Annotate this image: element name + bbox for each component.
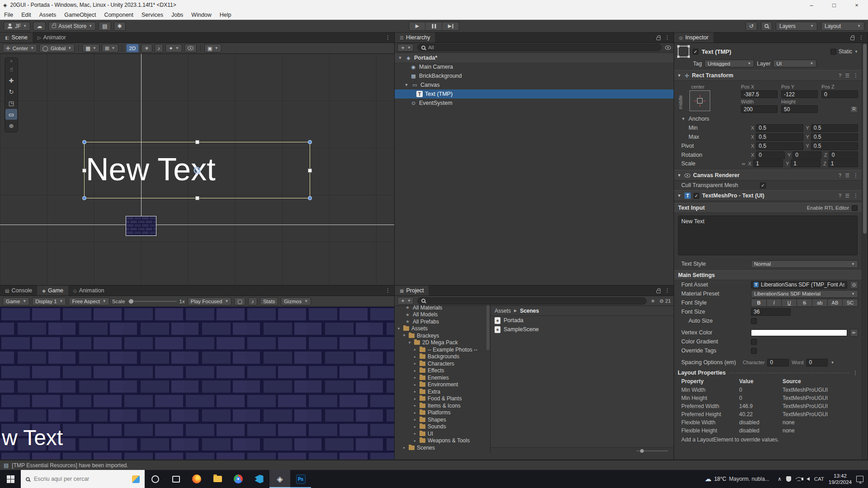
scale-slider-knob[interactable] — [129, 299, 133, 304]
tool-handle-position-dropdown[interactable]: ✛Center▼ — [3, 44, 37, 52]
scene-lighting-button[interactable]: ☀ — [141, 44, 152, 52]
file-explorer-button[interactable] — [207, 470, 228, 488]
rotation-x-field[interactable]: 0 — [756, 151, 785, 159]
tmp-text-input[interactable]: New Text — [678, 216, 858, 255]
color-gradient-checkbox[interactable] — [751, 339, 757, 345]
bold-button[interactable]: B — [751, 299, 767, 307]
foldout-arrow[interactable]: ▸ — [413, 361, 417, 366]
spacing-dropdown-icon[interactable]: ▼ — [830, 361, 834, 365]
anchor-max-x-field[interactable]: 0.5 — [756, 133, 803, 141]
tab-hierarchy[interactable]: ☰Hierarchy — [395, 33, 435, 42]
foldout-arrow[interactable]: ▼ — [396, 327, 401, 331]
corner-handle[interactable] — [82, 140, 86, 144]
snap-settings-dropdown[interactable]: ⊞▼ — [102, 44, 118, 52]
foldout-arrow[interactable]: ▸ — [413, 425, 417, 429]
folder-item[interactable]: ▼2D Mega Pack — [395, 339, 490, 347]
start-button[interactable] — [0, 470, 21, 488]
folder-item[interactable]: ▸Weapons & Tools — [395, 437, 490, 445]
foldout-arrow[interactable]: ▸ — [413, 432, 417, 436]
folder-item[interactable]: ▸Backgrounds — [395, 353, 490, 361]
vertex-color-swatch[interactable] — [751, 329, 847, 336]
component-filter-dropdown[interactable]: ▣▼ — [204, 44, 222, 52]
edge-handle[interactable] — [82, 169, 86, 173]
foldout-arrow[interactable]: ▼ — [402, 333, 406, 338]
component-menu-icon[interactable]: ⋮ — [853, 72, 859, 79]
folder-item[interactable]: ▼Assets — [395, 325, 490, 333]
firefox-button[interactable] — [186, 470, 207, 488]
taskbar-clock[interactable]: 13:42 19/2/2024 — [829, 473, 852, 486]
view-tool[interactable]: ☝ — [5, 64, 17, 75]
close-button[interactable]: × — [845, 0, 868, 10]
inspector-scrollbar[interactable] — [862, 43, 868, 460]
folder-item[interactable]: ▸Sounds — [395, 423, 490, 431]
step-button[interactable]: ▶ — [443, 22, 459, 31]
scale-x-field[interactable]: 1 — [753, 160, 783, 167]
hierarchy-item[interactable]: ▩ BrickBackground — [395, 71, 674, 80]
active-checkbox[interactable] — [693, 49, 698, 55]
hierarchy-item[interactable]: ◉ Main Camera — [395, 62, 674, 71]
game-viewport[interactable]: w Text — [0, 307, 394, 460]
unity-taskbar-button[interactable]: ◈ — [269, 470, 290, 488]
tree-scrollbar[interactable] — [486, 305, 490, 350]
help-icon[interactable]: ? — [839, 173, 841, 178]
anchor-presets-button[interactable]: center middle — [678, 84, 741, 113]
breadcrumb-current[interactable]: Scenes — [520, 308, 539, 314]
folder-item[interactable]: ▸Effects — [395, 367, 490, 375]
folder-item[interactable]: ▸Environment — [395, 381, 490, 389]
folder-item[interactable]: ▸UI — [395, 430, 490, 437]
wifi-icon[interactable] — [796, 477, 802, 481]
font-size-field[interactable]: 36 — [751, 308, 791, 316]
layout-dropdown[interactable]: Layout▼ — [821, 22, 864, 31]
favorite-item[interactable]: ★All Models — [395, 311, 490, 319]
favorite-item[interactable]: ★All Prefabs — [395, 318, 490, 325]
create-asset-button[interactable]: ＋▼ — [397, 297, 414, 305]
scrollbar-thumb[interactable] — [863, 44, 867, 234]
taskbar-search[interactable] — [21, 470, 145, 488]
aspect-ratio-dropdown[interactable]: Free Aspect▼ — [69, 297, 109, 305]
menu-window[interactable]: Window — [187, 10, 215, 19]
anchor-max-y-field[interactable]: 0.5 — [811, 133, 858, 141]
asset-item[interactable]: ◈SampleScene — [491, 325, 674, 334]
asset-item[interactable]: ◈Portada — [491, 316, 674, 325]
stats-button[interactable]: Stats — [260, 297, 278, 305]
scene-visibility-icon[interactable] — [665, 46, 671, 50]
menu-assets[interactable]: Assets — [35, 10, 61, 19]
rotation-z-field[interactable]: 0 — [829, 151, 858, 159]
underline-button[interactable]: U — [782, 299, 797, 307]
pos-x-field[interactable]: -387.5 — [741, 90, 778, 98]
tab-project[interactable]: ▦Project — [395, 286, 429, 296]
tool-handle-rotation-dropdown[interactable]: ◯Global▼ — [39, 44, 75, 52]
font-asset-field[interactable]: T LiberationSans SDF (TMP_Font Asset — [751, 281, 847, 289]
foldout-arrow[interactable]: ▼ — [407, 341, 412, 345]
tab-console[interactable]: ▤Console — [0, 286, 37, 296]
canvas-renderer-header[interactable]: ▼ Canvas Renderer ? ☰ ⋮ — [674, 170, 862, 181]
rect-transform-header[interactable]: ▼ ✛ Rect Transform ? ☰ ⋮ — [674, 70, 862, 81]
foldout-arrow[interactable]: ▸ — [413, 375, 417, 380]
scale-y-field[interactable]: 1 — [791, 160, 821, 167]
favorites-icon[interactable]: ★ — [650, 298, 656, 304]
grid-visibility-dropdown[interactable]: ▦▼ — [82, 44, 99, 52]
foldout-arrow[interactable]: ▸ — [413, 418, 417, 422]
foldout-arrow[interactable]: ▸ — [413, 389, 417, 394]
pivot-x-field[interactable]: 0.5 — [756, 142, 803, 150]
scene-menu-icon[interactable]: ⋮ — [385, 34, 391, 41]
help-icon[interactable]: ? — [839, 193, 841, 198]
foldout-arrow[interactable]: ▼ — [677, 173, 682, 178]
foldout-arrow[interactable]: ▼ — [677, 193, 682, 198]
presets-icon[interactable]: ☰ — [845, 73, 849, 79]
raw-edit-toggle[interactable]: R — [850, 106, 858, 113]
zoom-knob[interactable] — [640, 449, 644, 453]
shield-icon[interactable] — [786, 476, 791, 482]
maximize-button[interactable]: □ — [823, 0, 845, 10]
folder-item[interactable]: ▸Enemies — [395, 374, 490, 381]
edge-handle[interactable] — [195, 140, 199, 144]
tmp-header[interactable]: ▼ T TextMeshPro - Text (UI) ? ☰ ⋮ — [674, 190, 862, 201]
foldout-arrow[interactable]: ▸ — [402, 446, 406, 450]
override-tags-checkbox[interactable] — [751, 348, 757, 354]
folder-item[interactable]: ▸Shapes — [395, 416, 490, 423]
account-button[interactable]: JF▼ — [4, 22, 30, 31]
hidden-packages-toggle[interactable]: ⊘21 — [660, 298, 671, 304]
lock-icon[interactable] — [656, 37, 660, 40]
cloud-button[interactable]: ☁ — [33, 22, 46, 31]
foldout-arrow[interactable]: ▸ — [413, 369, 417, 373]
